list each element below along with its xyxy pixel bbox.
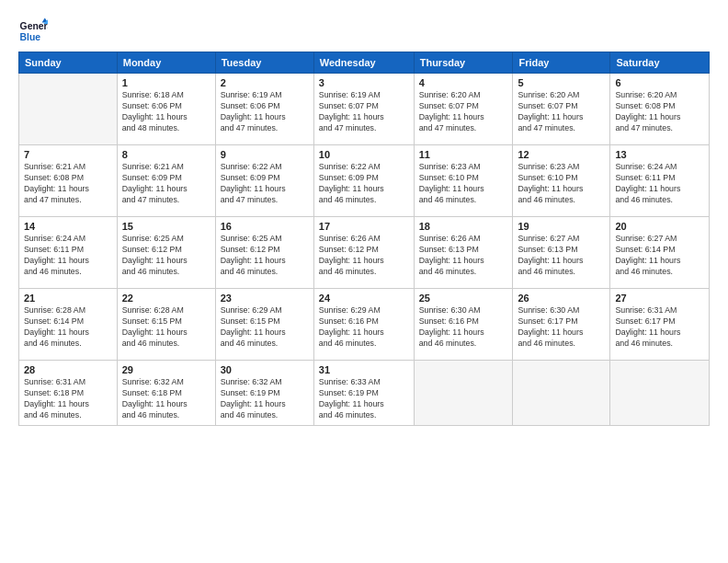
day-number: 3	[319, 77, 409, 88]
day-number: 29	[122, 364, 210, 375]
calendar-cell: 7Sunrise: 6:21 AMSunset: 6:08 PMDaylight…	[19, 145, 118, 217]
calendar-cell	[513, 361, 610, 426]
day-info: Sunrise: 6:23 AMSunset: 6:10 PMDaylight:…	[518, 162, 605, 206]
calendar-cell: 22Sunrise: 6:28 AMSunset: 6:15 PMDayligh…	[117, 289, 215, 361]
calendar-cell: 10Sunrise: 6:22 AMSunset: 6:09 PMDayligh…	[313, 145, 414, 217]
calendar-cell: 18Sunrise: 6:26 AMSunset: 6:13 PMDayligh…	[414, 217, 513, 289]
day-number: 20	[615, 221, 704, 232]
svg-text:Blue: Blue	[20, 32, 41, 42]
day-info: Sunrise: 6:32 AMSunset: 6:19 PMDaylight:…	[221, 377, 309, 421]
day-info: Sunrise: 6:31 AMSunset: 6:17 PMDaylight:…	[615, 305, 704, 350]
day-info: Sunrise: 6:21 AMSunset: 6:08 PMDaylight:…	[24, 162, 112, 206]
day-info: Sunrise: 6:29 AMSunset: 6:16 PMDaylight:…	[319, 305, 409, 350]
day-info: Sunrise: 6:31 AMSunset: 6:18 PMDaylight:…	[24, 377, 112, 421]
day-number: 24	[319, 293, 409, 304]
calendar-cell: 11Sunrise: 6:23 AMSunset: 6:10 PMDayligh…	[414, 145, 513, 217]
calendar-cell: 1Sunrise: 6:18 AMSunset: 6:06 PMDaylight…	[117, 74, 215, 145]
week-row-4: 21Sunrise: 6:28 AMSunset: 6:14 PMDayligh…	[19, 289, 710, 361]
day-number: 27	[615, 293, 704, 304]
day-number: 2	[221, 77, 309, 88]
day-header-friday: Friday	[513, 52, 610, 74]
calendar-cell: 4Sunrise: 6:20 AMSunset: 6:07 PMDaylight…	[414, 74, 513, 145]
week-row-1: 1Sunrise: 6:18 AMSunset: 6:06 PMDaylight…	[19, 74, 710, 145]
day-info: Sunrise: 6:18 AMSunset: 6:06 PMDaylight:…	[122, 90, 210, 134]
calendar-cell: 25Sunrise: 6:30 AMSunset: 6:16 PMDayligh…	[414, 289, 513, 361]
svg-text:General: General	[20, 21, 48, 31]
calendar-cell: 5Sunrise: 6:20 AMSunset: 6:07 PMDaylight…	[513, 74, 610, 145]
calendar-cell: 21Sunrise: 6:28 AMSunset: 6:14 PMDayligh…	[19, 289, 118, 361]
day-number: 15	[122, 221, 210, 232]
header: General Blue	[18, 17, 710, 46]
calendar-cell: 19Sunrise: 6:27 AMSunset: 6:13 PMDayligh…	[513, 217, 610, 289]
day-number: 5	[518, 77, 605, 88]
calendar-cell: 12Sunrise: 6:23 AMSunset: 6:10 PMDayligh…	[513, 145, 610, 217]
logo: General Blue	[18, 17, 48, 46]
calendar-cell	[414, 361, 513, 426]
day-number: 6	[615, 77, 704, 88]
day-number: 7	[24, 149, 112, 160]
day-number: 19	[518, 221, 605, 232]
day-header-thursday: Thursday	[414, 52, 513, 74]
calendar-cell: 8Sunrise: 6:21 AMSunset: 6:09 PMDaylight…	[117, 145, 215, 217]
day-info: Sunrise: 6:28 AMSunset: 6:14 PMDaylight:…	[24, 305, 112, 350]
day-number: 28	[24, 364, 112, 375]
calendar-cell: 24Sunrise: 6:29 AMSunset: 6:16 PMDayligh…	[313, 289, 414, 361]
day-header-monday: Monday	[117, 52, 215, 74]
day-number: 30	[221, 364, 309, 375]
calendar-header-row: SundayMondayTuesdayWednesdayThursdayFrid…	[19, 52, 710, 74]
day-info: Sunrise: 6:22 AMSunset: 6:09 PMDaylight:…	[319, 162, 409, 206]
day-info: Sunrise: 6:25 AMSunset: 6:12 PMDaylight:…	[122, 234, 210, 278]
calendar-cell: 28Sunrise: 6:31 AMSunset: 6:18 PMDayligh…	[19, 361, 118, 426]
day-header-sunday: Sunday	[19, 52, 118, 74]
calendar-cell	[19, 74, 118, 145]
day-number: 31	[319, 364, 409, 375]
day-info: Sunrise: 6:26 AMSunset: 6:12 PMDaylight:…	[319, 234, 409, 278]
day-number: 23	[221, 293, 309, 304]
day-number: 8	[122, 149, 210, 160]
day-number: 21	[24, 293, 112, 304]
calendar-cell: 30Sunrise: 6:32 AMSunset: 6:19 PMDayligh…	[215, 361, 313, 426]
calendar-cell: 13Sunrise: 6:24 AMSunset: 6:11 PMDayligh…	[610, 145, 710, 217]
day-number: 1	[122, 77, 210, 88]
day-number: 13	[615, 149, 704, 160]
day-info: Sunrise: 6:21 AMSunset: 6:09 PMDaylight:…	[122, 162, 210, 206]
day-info: Sunrise: 6:24 AMSunset: 6:11 PMDaylight:…	[24, 234, 112, 278]
calendar-cell: 31Sunrise: 6:33 AMSunset: 6:19 PMDayligh…	[313, 361, 414, 426]
day-info: Sunrise: 6:26 AMSunset: 6:13 PMDaylight:…	[419, 234, 508, 278]
day-number: 25	[419, 293, 508, 304]
calendar-cell: 3Sunrise: 6:19 AMSunset: 6:07 PMDaylight…	[313, 74, 414, 145]
day-number: 12	[518, 149, 605, 160]
calendar-table: SundayMondayTuesdayWednesdayThursdayFrid…	[18, 52, 710, 426]
day-info: Sunrise: 6:30 AMSunset: 6:16 PMDaylight:…	[419, 305, 508, 350]
day-header-wednesday: Wednesday	[313, 52, 414, 74]
day-info: Sunrise: 6:32 AMSunset: 6:18 PMDaylight:…	[122, 377, 210, 421]
week-row-2: 7Sunrise: 6:21 AMSunset: 6:08 PMDaylight…	[19, 145, 710, 217]
day-info: Sunrise: 6:22 AMSunset: 6:09 PMDaylight:…	[221, 162, 309, 206]
day-header-tuesday: Tuesday	[215, 52, 313, 74]
day-number: 14	[24, 221, 112, 232]
calendar-cell: 2Sunrise: 6:19 AMSunset: 6:06 PMDaylight…	[215, 74, 313, 145]
day-info: Sunrise: 6:24 AMSunset: 6:11 PMDaylight:…	[615, 162, 704, 206]
day-number: 4	[419, 77, 508, 88]
week-row-5: 28Sunrise: 6:31 AMSunset: 6:18 PMDayligh…	[19, 361, 710, 426]
day-number: 10	[319, 149, 409, 160]
calendar-cell: 9Sunrise: 6:22 AMSunset: 6:09 PMDaylight…	[215, 145, 313, 217]
day-info: Sunrise: 6:19 AMSunset: 6:07 PMDaylight:…	[319, 90, 409, 134]
day-number: 9	[221, 149, 309, 160]
day-info: Sunrise: 6:28 AMSunset: 6:15 PMDaylight:…	[122, 305, 210, 350]
day-number: 18	[419, 221, 508, 232]
calendar-cell: 15Sunrise: 6:25 AMSunset: 6:12 PMDayligh…	[117, 217, 215, 289]
calendar-cell: 14Sunrise: 6:24 AMSunset: 6:11 PMDayligh…	[19, 217, 118, 289]
day-info: Sunrise: 6:20 AMSunset: 6:07 PMDaylight:…	[419, 90, 508, 134]
calendar-cell: 26Sunrise: 6:30 AMSunset: 6:17 PMDayligh…	[513, 289, 610, 361]
day-info: Sunrise: 6:27 AMSunset: 6:14 PMDaylight:…	[615, 234, 704, 278]
calendar-cell: 6Sunrise: 6:20 AMSunset: 6:08 PMDaylight…	[610, 74, 710, 145]
calendar-cell	[610, 361, 710, 426]
day-info: Sunrise: 6:23 AMSunset: 6:10 PMDaylight:…	[419, 162, 508, 206]
calendar-cell: 17Sunrise: 6:26 AMSunset: 6:12 PMDayligh…	[313, 217, 414, 289]
calendar-cell: 29Sunrise: 6:32 AMSunset: 6:18 PMDayligh…	[117, 361, 215, 426]
day-number: 16	[221, 221, 309, 232]
day-header-saturday: Saturday	[610, 52, 710, 74]
day-info: Sunrise: 6:20 AMSunset: 6:07 PMDaylight:…	[518, 90, 605, 134]
day-info: Sunrise: 6:30 AMSunset: 6:17 PMDaylight:…	[518, 305, 605, 350]
